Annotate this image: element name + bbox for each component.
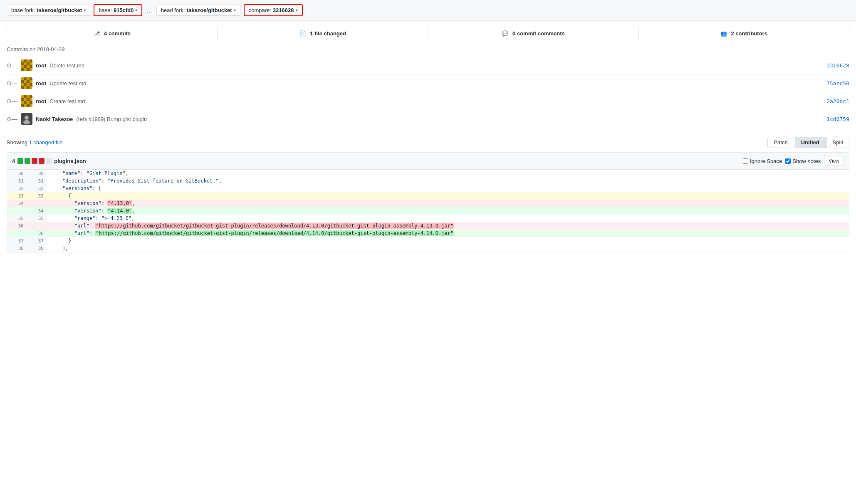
head-fork-arrow: ▾ <box>234 8 236 12</box>
svg-rect-3 <box>30 59 32 62</box>
comments-stat[interactable]: 💬 0 commit comments <box>428 26 639 41</box>
commit-hash[interactable]: 3316628 <box>826 62 849 69</box>
svg-rect-34 <box>27 95 30 98</box>
svg-rect-21 <box>24 80 27 83</box>
line-content: "name": "Gist Plugin", <box>47 170 849 177</box>
changed-file-count: 1 <box>29 139 32 146</box>
split-button[interactable]: Split <box>826 137 849 148</box>
base-fork-value: takezoe/gitbucket <box>37 7 82 13</box>
compare-select[interactable]: compare: 3316628 ▾ <box>244 4 303 16</box>
commits-count: 4 <box>104 30 107 37</box>
commits-stat[interactable]: ⎇ 4 commits <box>7 26 218 41</box>
svg-rect-32 <box>21 95 24 98</box>
commit-author[interactable]: root <box>36 62 46 69</box>
base-fork-select[interactable]: base fork: takezoe/gitbucket ▾ <box>7 5 90 16</box>
top-bar: base fork: takezoe/gitbucket ▾ base: 915… <box>0 0 856 21</box>
diff-line-del: 36 "url": "https://github.com/gitbucket/… <box>7 222 849 230</box>
svg-rect-4 <box>21 62 24 65</box>
file-header-right: Ignore Space Show notes View <box>743 156 844 166</box>
line-num-new: 33 <box>27 192 47 200</box>
commit-graph-icon: ⊙— <box>7 98 17 104</box>
base-select[interactable]: base: 915cfd0 ▾ <box>94 4 142 16</box>
svg-rect-20 <box>21 80 24 83</box>
line-num-old: 37 <box>7 237 27 245</box>
ignore-space-label[interactable]: Ignore Space <box>743 158 782 164</box>
comments-icon: 💬 <box>502 30 508 37</box>
commit-author[interactable]: root <box>36 80 46 86</box>
line-num-old: 32 <box>7 185 27 192</box>
commit-message: Create test.md <box>49 98 826 104</box>
commit-graph-icon: ⊙— <box>7 62 17 69</box>
changed-file-link[interactable]: 1 changed file <box>29 139 63 146</box>
line-num-old: 30 <box>7 170 27 177</box>
line-num-old: 38 <box>7 245 27 252</box>
svg-rect-37 <box>24 98 27 101</box>
svg-rect-10 <box>27 65 30 68</box>
files-icon: 📄 <box>299 30 306 37</box>
stats-bar: ⎇ 4 commits 📄 1 file changed 💬 0 commit … <box>7 26 849 41</box>
svg-rect-19 <box>30 77 32 80</box>
head-fork-select[interactable]: head fork: takezoe/gitbucket ▾ <box>156 5 240 16</box>
contributors-icon: 👥 <box>720 30 727 37</box>
svg-rect-26 <box>27 83 30 86</box>
line-content: "url": "https://github.com/gitbucket/git… <box>47 230 849 237</box>
diff-line: 32 32 "versions": [ <box>7 185 849 192</box>
commit-row: ⊙— Naoki Takezoe (refs #1969) Bump gist … <box>7 110 849 128</box>
base-arrow: ▾ <box>135 8 137 12</box>
svg-rect-36 <box>21 98 24 101</box>
diff-line: 38 38 ], <box>7 245 849 252</box>
contributors-label-text: contributors <box>735 30 767 37</box>
svg-rect-22 <box>27 80 30 83</box>
commit-hash[interactable]: 75aed50 <box>826 80 849 86</box>
diff-block-red-1 <box>32 158 37 164</box>
svg-rect-30 <box>27 86 30 89</box>
diff-line-add: 34 "version": "4.14.0", <box>7 207 849 215</box>
line-num-old <box>7 207 27 215</box>
file-header: 4 plugins.json Ignore Space Show notes V… <box>7 152 849 170</box>
commits-section: Commits on 2018-04-29 ⊙— <box>0 46 856 133</box>
line-content: "versions": [ <box>47 185 849 192</box>
commit-author[interactable]: Naoki Takezoe <box>36 116 73 122</box>
patch-button[interactable]: Patch <box>767 137 794 148</box>
line-num-old: 35 <box>7 215 27 222</box>
showing-bar: Showing 1 changed file Patch Unified Spl… <box>0 133 856 152</box>
diff-block-green-2 <box>25 158 30 164</box>
compare-label: compare: <box>249 7 271 13</box>
commit-hash[interactable]: 2a20dc1 <box>826 98 849 104</box>
avatar <box>21 77 32 89</box>
line-num-old: 33 <box>7 192 27 200</box>
commit-graph-icon: ⊙— <box>7 80 17 86</box>
svg-rect-44 <box>21 104 24 107</box>
line-num-new: 31 <box>27 177 47 185</box>
unified-button[interactable]: Unified <box>795 137 826 148</box>
svg-rect-7 <box>30 62 32 65</box>
svg-rect-9 <box>24 65 27 68</box>
svg-rect-40 <box>21 101 24 104</box>
svg-rect-27 <box>30 83 32 86</box>
diff-line-del: 34 "version": "4.13.0", <box>7 200 849 207</box>
svg-rect-0 <box>21 59 24 62</box>
svg-rect-5 <box>24 62 27 65</box>
svg-rect-33 <box>24 95 27 98</box>
dots-separator: ... <box>146 7 153 14</box>
files-count: 1 <box>310 30 313 37</box>
svg-rect-13 <box>24 68 27 71</box>
base-value: 915cfd0 <box>114 7 134 13</box>
commit-hash[interactable]: 1cd0759 <box>826 116 849 122</box>
diff-line: 35 35 "range": ">=4.23.0", <box>7 215 849 222</box>
commits-date: Commits on 2018-04-29 <box>7 46 849 52</box>
line-num-new: 34 <box>27 207 47 215</box>
files-label-text: file changed <box>314 30 346 37</box>
ignore-space-checkbox[interactable] <box>743 158 748 164</box>
svg-rect-38 <box>27 98 30 101</box>
commit-row: ⊙— root Update test.md <box>7 74 849 92</box>
commit-author[interactable]: root <box>36 98 46 104</box>
show-notes-checkbox[interactable] <box>785 158 791 164</box>
show-notes-label[interactable]: Show notes <box>785 158 821 164</box>
files-stat[interactable]: 📄 1 file changed <box>218 26 428 41</box>
show-notes-text: Show notes <box>792 158 821 164</box>
view-file-button[interactable]: View <box>824 156 844 166</box>
contributors-stat[interactable]: 👥 2 contributors <box>639 26 849 41</box>
svg-rect-23 <box>30 80 32 83</box>
compare-arrow: ▾ <box>296 8 298 12</box>
